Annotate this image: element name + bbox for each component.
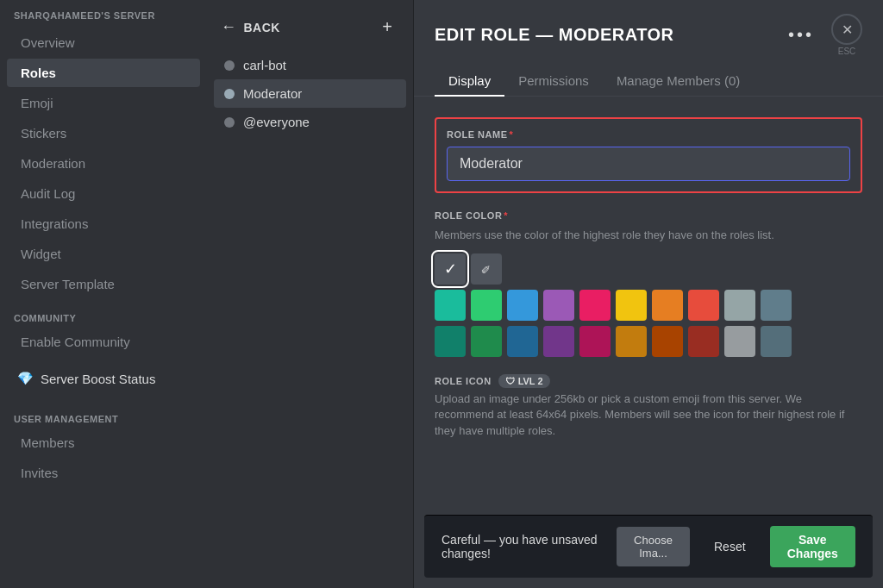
roles-panel-header: ← BACK +	[207, 0, 413, 51]
server-name: SHARQAHAMEED'S SERVER	[0, 0, 207, 28]
page-title: EDIT ROLE — MODERATOR	[435, 25, 674, 45]
color-swatch[interactable]	[652, 290, 683, 321]
sidebar: SHARQAHAMEED'S SERVER Overview Roles Emo…	[0, 0, 207, 588]
role-dot-everyone	[224, 117, 235, 128]
close-button[interactable]: ✕	[831, 14, 862, 45]
role-item-moderator[interactable]: Moderator	[214, 79, 406, 108]
color-swatch[interactable]	[616, 326, 647, 357]
color-swatch[interactable]	[724, 290, 755, 321]
sidebar-item-emoji[interactable]: Emoji	[7, 89, 200, 117]
role-icon-description: Upload an image under 256kb or pick a cu…	[435, 391, 862, 439]
color-swatch[interactable]	[471, 326, 502, 357]
role-color-description: Members use the color of the highest rol…	[435, 228, 862, 243]
user-management-section-label: USER MANAGEMENT	[0, 400, 207, 428]
role-name-input[interactable]	[447, 147, 850, 181]
tab-permissions[interactable]: Permissions	[504, 66, 603, 97]
color-swatch[interactable]	[435, 290, 466, 321]
role-icon-header: ROLE ICON 🛡 LVL 2	[435, 374, 862, 388]
color-swatch[interactable]	[435, 326, 466, 357]
header-actions: ••• ✕ ESC	[781, 14, 862, 56]
role-name-section: ROLE NAME*	[435, 117, 862, 193]
notification-actions: Choose Ima... Reset Save Changes	[617, 526, 855, 567]
sidebar-item-server-template[interactable]: Server Template	[7, 270, 200, 298]
sidebar-item-members[interactable]: Members	[7, 428, 200, 457]
reset-button[interactable]: Reset	[700, 533, 760, 560]
role-name-label: ROLE NAME*	[447, 129, 850, 140]
sidebar-item-stickers[interactable]: Stickers	[7, 119, 200, 147]
add-role-button[interactable]: +	[375, 14, 399, 41]
color-swatch[interactable]	[471, 290, 502, 321]
sidebar-item-invites[interactable]: Invites	[7, 459, 200, 487]
checkmark-icon: ✓	[444, 260, 457, 278]
save-changes-button[interactable]: Save Changes	[770, 526, 855, 567]
color-swatch[interactable]	[761, 326, 792, 357]
role-color-section: ROLE COLOR* Members use the color of the…	[435, 210, 862, 357]
esc-label: ESC	[838, 47, 856, 56]
close-button-container: ✕ ESC	[831, 14, 862, 56]
sidebar-item-server-boost[interactable]: 💎 Server Boost Status	[7, 364, 200, 393]
color-swatch[interactable]	[616, 290, 647, 321]
close-icon: ✕	[842, 22, 853, 38]
color-swatch-row-2	[435, 326, 862, 357]
back-button[interactable]: ← BACK	[221, 18, 280, 36]
community-section-label: COMMUNITY	[0, 299, 207, 327]
color-swatch-row-default: ✓ ✏	[435, 253, 862, 285]
color-swatch-row-1	[435, 290, 862, 321]
role-color-label: ROLE COLOR*	[435, 210, 862, 221]
more-options-button[interactable]: •••	[781, 22, 821, 48]
sidebar-item-roles[interactable]: Roles	[7, 59, 200, 87]
notification-message: Careful — you have unsaved changes!	[442, 533, 617, 560]
color-swatch-default[interactable]: ✓	[435, 253, 466, 285]
tab-manage-members[interactable]: Manage Members (0)	[603, 66, 754, 97]
notification-bar: Careful — you have unsaved changes! Choo…	[424, 515, 873, 578]
sidebar-item-widget[interactable]: Widget	[7, 240, 200, 268]
pencil-icon: ✏	[478, 260, 495, 278]
sidebar-item-overview[interactable]: Overview	[7, 28, 200, 57]
color-swatch[interactable]	[579, 326, 611, 357]
back-arrow-icon: ←	[221, 18, 237, 36]
color-swatch[interactable]	[652, 326, 683, 357]
roles-panel: ← BACK + carl-bot Moderator @everyone	[207, 0, 414, 588]
color-swatch[interactable]	[543, 290, 574, 321]
choose-image-button[interactable]: Choose Ima...	[617, 527, 690, 566]
role-dot-moderator	[224, 89, 235, 99]
lvl-badge: 🛡 LVL 2	[498, 374, 550, 388]
color-picker-button[interactable]: ✏	[471, 253, 502, 285]
color-swatch[interactable]	[724, 326, 755, 357]
color-swatch[interactable]	[579, 290, 611, 321]
back-label: BACK	[244, 21, 280, 34]
role-label-moderator: Moderator	[243, 86, 302, 101]
sidebar-item-enable-community[interactable]: Enable Community	[7, 328, 200, 356]
tabs-container: Display Permissions Manage Members (0)	[414, 56, 883, 97]
sidebar-item-integrations[interactable]: Integrations	[7, 210, 200, 238]
role-label-everyone: @everyone	[243, 115, 310, 129]
shield-icon: 🛡	[505, 376, 515, 386]
color-swatch[interactable]	[507, 326, 538, 357]
role-list: carl-bot Moderator @everyone	[207, 51, 413, 136]
sidebar-item-moderation[interactable]: Moderation	[7, 149, 200, 178]
role-item-everyone[interactable]: @everyone	[214, 108, 406, 136]
role-icon-section: ROLE ICON 🛡 LVL 2 Upload an image under …	[435, 374, 862, 439]
tab-display[interactable]: Display	[435, 66, 504, 97]
boost-icon: 💎	[17, 371, 34, 386]
color-swatch[interactable]	[688, 290, 719, 321]
sidebar-item-audit-log[interactable]: Audit Log	[7, 179, 200, 208]
main-content: EDIT ROLE — MODERATOR ••• ✕ ESC Display …	[414, 0, 883, 588]
role-dot-carl-bot	[224, 60, 235, 71]
color-swatch[interactable]	[543, 326, 574, 357]
main-header: EDIT ROLE — MODERATOR ••• ✕ ESC	[414, 0, 883, 56]
role-icon-label: ROLE ICON	[435, 376, 492, 386]
color-swatch[interactable]	[761, 290, 792, 321]
role-label-carl-bot: carl-bot	[243, 58, 286, 72]
role-item-carl-bot[interactable]: carl-bot	[214, 51, 406, 79]
color-swatch[interactable]	[507, 290, 538, 321]
color-swatch[interactable]	[688, 326, 719, 357]
